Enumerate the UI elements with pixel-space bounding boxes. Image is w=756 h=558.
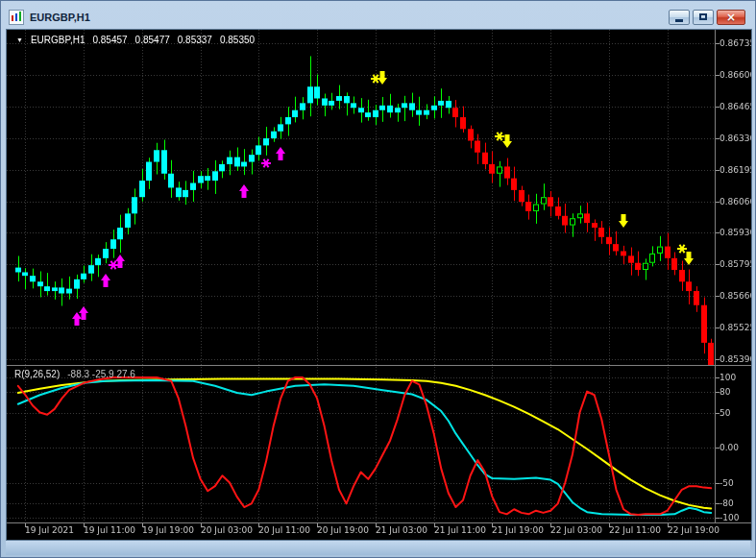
osc-tick-label: -80 (719, 498, 734, 508)
close-icon: × (726, 12, 736, 23)
time-tick-label: 21 Jul 03:00 (376, 525, 427, 535)
window-bottom-strip (6, 541, 750, 555)
price-tick-label: 0.85660 (719, 291, 752, 301)
osc-tick-label: 50 (719, 408, 730, 418)
time-tick-label: 19 Jul 11:00 (84, 525, 135, 535)
time-tick-label: 20 Jul 11:00 (258, 525, 310, 535)
ohlc-open: 0.85457 (92, 35, 127, 45)
osc-tick-label: -50 (719, 478, 734, 488)
indicator-name: R(9,26,52) (14, 369, 60, 379)
time-tick-label: 21 Jul 19:00 (492, 525, 544, 535)
osc-tick-label: -100 (719, 513, 739, 522)
price-tick-label: 0.86735 (719, 38, 752, 48)
collapse-caret-icon[interactable]: ▼ (16, 36, 23, 43)
price-tick-label: 0.85930 (719, 228, 752, 237)
close-button[interactable]: × (717, 10, 745, 25)
minimize-button[interactable] (669, 10, 690, 25)
window-title: EURGBP,H1 (30, 12, 663, 23)
ohlc-close: 0.85350 (220, 35, 255, 45)
ohlc-low: 0.85337 (178, 35, 212, 45)
price-tick-label: 0.85795 (719, 259, 752, 269)
price-tick-label: 0.86195 (719, 165, 752, 175)
price-tick-label: 0.86600 (719, 70, 752, 80)
minimize-icon (675, 19, 683, 22)
window-titlebar[interactable]: EURGBP,H1 × (6, 5, 750, 29)
price-tick-label: 0.86465 (719, 102, 752, 111)
price-tick-label: 0.86330 (719, 133, 752, 143)
ohlc-readout: ▼ EURGBP,H1 0.85457 0.85477 0.85337 0.85… (16, 35, 255, 45)
price-tick-label: 0.86060 (719, 197, 752, 206)
ohlc-high: 0.85477 (135, 35, 170, 45)
window-buttons: × (669, 10, 745, 25)
ohlc-symbol: EURGBP,H1 (31, 35, 85, 45)
price-tick-label: 0.85390 (719, 354, 752, 364)
osc-tick-label: 80 (719, 387, 730, 397)
osc-tick-label: 0.00 (719, 443, 739, 452)
time-tick-label: 22 Jul 19:00 (668, 525, 719, 535)
chart-area: ▼ EURGBP,H1 0.85457 0.85477 0.85337 0.85… (6, 29, 752, 541)
time-tick-label: 22 Jul 11:00 (609, 525, 661, 535)
indicator-readout: R(9,26,52) -88.3 -25.9 27.6 (14, 369, 135, 379)
time-tick-label: 20 Jul 19:00 (317, 525, 369, 535)
time-tick-label: 22 Jul 03:00 (550, 525, 602, 535)
time-tick-label: 21 Jul 11:00 (434, 525, 486, 535)
osc-tick-label: 100 (719, 373, 736, 382)
time-tick-label: 19 Jul 2021 (25, 525, 74, 535)
restore-icon (699, 13, 707, 20)
price-tick-label: 0.85525 (719, 323, 752, 332)
indicator-values: -88.3 -25.9 27.6 (67, 369, 135, 379)
price-chart-canvas[interactable] (7, 30, 751, 540)
mt4-chart-window: EURGBP,H1 × ▼ EURGBP,H1 0.85457 0.85477 … (0, 0, 756, 558)
time-tick-label: 20 Jul 03:00 (201, 525, 253, 535)
chart-icon (9, 10, 24, 25)
restore-button[interactable] (693, 10, 714, 25)
time-tick-label: 19 Jul 19:00 (142, 525, 194, 535)
